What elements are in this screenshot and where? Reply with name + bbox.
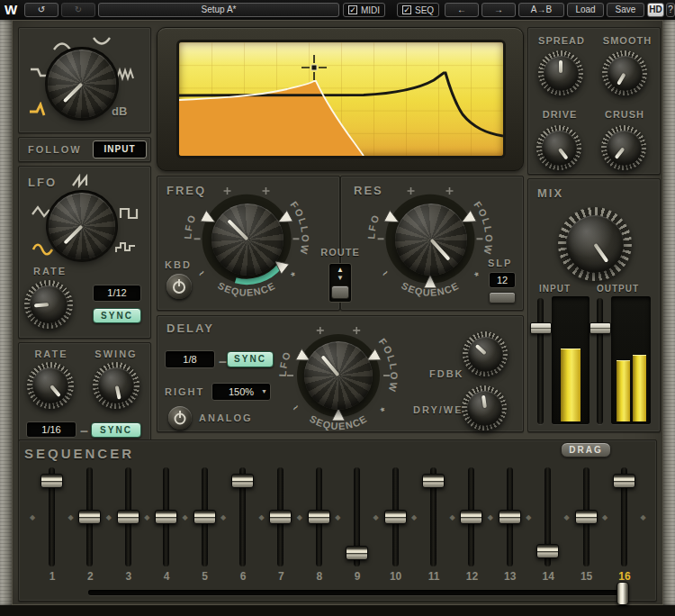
seq-step-handle[interactable] — [346, 546, 368, 560]
seq-step-handle[interactable] — [613, 474, 635, 488]
seq-step-handle[interactable] — [40, 474, 63, 488]
lfo-rate-knob[interactable] — [24, 280, 73, 329]
freq-knob[interactable] — [212, 204, 284, 276]
slp-button[interactable] — [489, 292, 516, 303]
seq-step-track[interactable] — [392, 467, 399, 566]
spread-knob[interactable] — [538, 50, 583, 95]
seq-step-track[interactable] — [125, 467, 131, 566]
seq-step-track[interactable] — [49, 467, 55, 566]
step-divider-diamond-icon: ◆ — [335, 513, 340, 521]
setup-selector[interactable]: Setup A* — [98, 3, 339, 17]
seq-step-number: 5 — [193, 570, 218, 583]
toolbar: W ↺ ↻ Setup A* ✓ MIDI ✓ SEQ ← → A→B Load… — [0, 0, 675, 20]
delay-time-value[interactable]: 1/8 — [165, 350, 215, 368]
route-switch-button[interactable] — [331, 285, 349, 299]
seq-step-track[interactable] — [277, 467, 284, 566]
seq-step: 12 — [459, 467, 484, 586]
seq-step: 6 — [230, 467, 256, 586]
loop-range-handle[interactable] — [616, 582, 629, 605]
svg-text:LFO: LFO — [182, 212, 198, 240]
lfo-sync-button[interactable]: SYNC — [93, 308, 141, 323]
lfo-rate-value[interactable]: 1/12 — [93, 285, 141, 302]
save-button[interactable]: Save — [607, 3, 644, 17]
seq-step-handle[interactable] — [422, 474, 445, 488]
drive-label: DRIVE — [528, 109, 591, 120]
midi-toggle[interactable]: ✓ MIDI — [343, 3, 385, 17]
seq-rate-knob[interactable] — [27, 362, 74, 409]
random-steps-icon[interactable] — [114, 240, 138, 256]
slp-label: SLP — [488, 258, 512, 268]
fdbk-knob[interactable] — [463, 331, 508, 376]
filter-type-knob[interactable] — [48, 50, 116, 118]
kbd-power-button[interactable] — [166, 274, 192, 299]
drag-button[interactable]: DRAG — [561, 442, 611, 457]
seq-step-track[interactable] — [316, 467, 322, 566]
res-knob[interactable] — [395, 204, 467, 276]
lowpass-icon[interactable] — [28, 102, 51, 117]
seq-toggle[interactable]: ✓ SEQ — [397, 3, 439, 17]
seq-step-track[interactable] — [202, 467, 208, 566]
seq-step-handle[interactable] — [117, 510, 140, 524]
seq-step-track[interactable] — [583, 467, 590, 566]
prev-preset-button[interactable]: ← — [445, 3, 479, 17]
seq-step-handle[interactable] — [194, 510, 216, 524]
seq-step-handle[interactable] — [269, 510, 292, 524]
seq-step-track[interactable] — [239, 467, 246, 566]
load-button[interactable]: Load — [567, 3, 604, 17]
seq-step-track[interactable] — [430, 467, 436, 566]
output-fader-track[interactable] — [597, 298, 603, 424]
setup-label: Setup A* — [202, 5, 237, 14]
seq-step-track[interactable] — [163, 467, 169, 566]
drive-knob[interactable] — [536, 125, 581, 170]
undo-icon: ↺ — [38, 5, 45, 14]
route-switch[interactable]: ▲ ▼ — [328, 263, 352, 303]
seq-step-handle[interactable] — [155, 510, 177, 524]
input-fader-handle[interactable] — [530, 322, 552, 334]
seq-swing-knob[interactable] — [93, 362, 140, 409]
seq-rate-value[interactable]: 1/16 — [26, 421, 76, 438]
help-button[interactable]: ? — [666, 3, 675, 17]
step-divider-diamond-icon: ◆ — [640, 513, 645, 521]
seq-step-number: 12 — [459, 570, 484, 583]
delay-knob[interactable] — [304, 341, 373, 410]
slp-value[interactable]: 12 — [489, 272, 516, 288]
smooth-knob[interactable] — [602, 50, 647, 95]
seq-step-handle[interactable] — [384, 510, 407, 524]
seq-step-track[interactable] — [468, 467, 474, 566]
seq-step-number: 10 — [383, 570, 409, 583]
crush-knob[interactable] — [601, 125, 646, 170]
follow-input-button[interactable]: INPUT — [93, 140, 147, 159]
seq-step-track[interactable] — [507, 467, 513, 566]
seq-checkbox[interactable]: ✓ — [402, 5, 411, 14]
seq-step-track[interactable] — [86, 467, 93, 566]
seq-step-track[interactable] — [354, 467, 360, 566]
seq-step-handle[interactable] — [308, 510, 330, 524]
input-fader-track[interactable] — [537, 298, 544, 424]
seq-step: 15 — [574, 467, 599, 586]
seq-sync-button[interactable]: SYNC — [91, 422, 141, 438]
mix-knob[interactable] — [558, 207, 632, 281]
lfo-wave-knob[interactable] — [49, 193, 115, 259]
seq-step-handle[interactable] — [460, 510, 482, 524]
midi-checkbox[interactable]: ✓ — [348, 5, 357, 14]
undo-button[interactable]: ↺ — [24, 3, 58, 17]
seq-step-handle[interactable] — [231, 474, 254, 488]
seq-step-track[interactable] — [621, 467, 627, 566]
output-fader-handle[interactable] — [590, 322, 611, 334]
seq-step-track[interactable] — [544, 467, 551, 566]
drywet-knob[interactable] — [462, 385, 507, 430]
next-preset-button[interactable]: → — [482, 3, 516, 17]
seq-step-handle[interactable] — [575, 510, 598, 524]
ab-compare-button[interactable]: A→B — [518, 3, 564, 17]
output-meter-bar-left — [616, 360, 630, 421]
loop-range-bar[interactable] — [88, 590, 626, 595]
filter-display-screen[interactable] — [179, 42, 503, 156]
step-divider-diamond-icon: ◆ — [488, 513, 493, 521]
analog-power-button[interactable] — [168, 406, 192, 430]
redo-button[interactable]: ↻ — [61, 3, 95, 17]
hd-button[interactable]: HD — [647, 3, 664, 17]
seq-step-number: 9 — [345, 570, 370, 583]
seq-step-handle[interactable] — [78, 510, 101, 524]
seq-step-handle[interactable] — [536, 544, 559, 558]
seq-step-handle[interactable] — [499, 510, 521, 524]
